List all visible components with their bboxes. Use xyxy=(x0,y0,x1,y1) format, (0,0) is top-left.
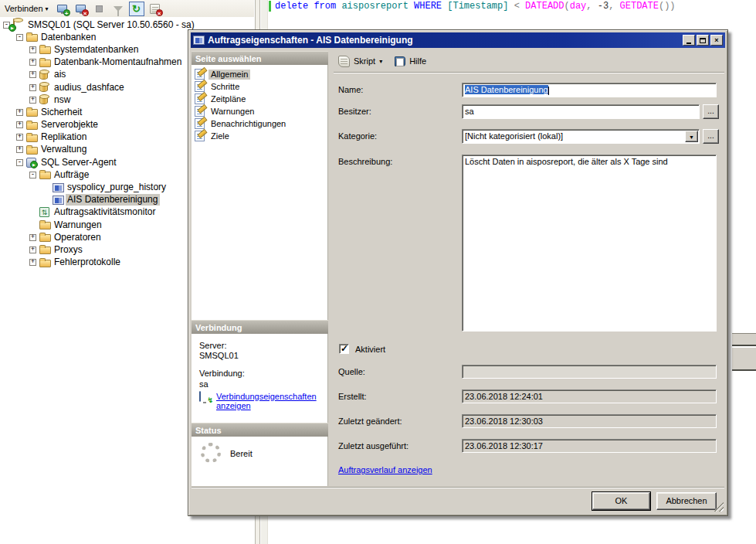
sidebar-page-zeitpläne[interactable]: Zeitpläne xyxy=(192,93,327,105)
db-icon xyxy=(39,95,53,104)
tree-item-label[interactable]: ais xyxy=(53,69,68,80)
executed-label: Zuletzt ausgeführt: xyxy=(338,441,409,450)
minus-expander-icon[interactable]: - xyxy=(16,159,23,166)
tree-item-label[interactable]: Sicherheit xyxy=(39,107,84,118)
tree-item-label[interactable]: Proxys xyxy=(53,244,85,256)
plus-expander-icon[interactable]: + xyxy=(16,109,23,116)
owner-browse-button[interactable]: ... xyxy=(703,104,719,119)
chevron-down-icon[interactable]: ▾ xyxy=(379,58,382,65)
tree-item-label[interactable]: audius_dashface xyxy=(53,82,127,94)
plus-expander-icon[interactable]: + xyxy=(16,146,23,153)
connection-panel: Server: SMSQL01 Verbindung: sa Verbindun… xyxy=(192,334,328,423)
sidebar-page-label[interactable]: Schritte xyxy=(208,82,242,92)
connect-server-button[interactable]: + xyxy=(55,2,70,16)
plus-expander-icon[interactable]: + xyxy=(29,259,36,266)
script-button[interactable]: Skript xyxy=(354,56,375,66)
sql-token: DATEADD xyxy=(525,1,564,12)
plus-expander-icon[interactable]: + xyxy=(16,121,23,128)
connection-properties-link-text[interactable]: Verbindungseigenschaften anzeigen xyxy=(216,392,323,410)
plus-expander-icon[interactable]: + xyxy=(16,134,23,141)
connect-button[interactable]: Verbinden ▾ xyxy=(2,2,52,15)
sql-token: , xyxy=(609,1,619,12)
sidebar-page-allgemein[interactable]: Allgemein xyxy=(192,68,327,80)
tree-item-label[interactable]: Fehlerprotokolle xyxy=(53,257,123,268)
x-badge-icon: × xyxy=(156,9,163,16)
name-label: Name: xyxy=(338,85,363,94)
job-icon xyxy=(53,196,66,205)
filter-icon xyxy=(114,6,123,12)
plus-expander-icon[interactable]: + xyxy=(29,84,36,91)
plus-expander-icon[interactable]: + xyxy=(29,246,36,253)
sidebar-page-warnungen[interactable]: Warnungen xyxy=(192,105,327,117)
background-panel-fragment xyxy=(732,333,756,346)
sql-token: day xyxy=(570,1,587,12)
sidebar-page-benachrichtigungen[interactable]: Benachrichtigungen xyxy=(192,117,327,130)
sidebar-page-label[interactable]: Zeitpläne xyxy=(208,94,248,104)
tree-item-label[interactable]: Verwaltung xyxy=(39,144,89,155)
modified-field: 23.06.2018 12:30:03 xyxy=(462,414,717,428)
plus-expander-icon[interactable]: + xyxy=(29,97,36,104)
tree-item-label[interactable]: Replikation xyxy=(39,131,89,143)
refresh-icon: ↻ xyxy=(132,2,141,15)
disconnect-server-button[interactable]: × xyxy=(73,2,89,16)
sidebar-page-schritte[interactable]: Schritte xyxy=(192,80,327,93)
plus-expander-icon[interactable]: + xyxy=(29,59,36,66)
tree-item-label[interactable]: SMSQL01 (SQL Server 10.50.6560 - sa) xyxy=(26,19,197,31)
dialog-titlebar[interactable]: Auftragseigenschaften - AIS Datenbereini… xyxy=(191,32,725,48)
cancel-button[interactable]: Abbrechen xyxy=(656,492,717,510)
help-button[interactable]: Hilfe xyxy=(409,56,426,66)
stop-button[interactable] xyxy=(92,2,107,16)
enabled-checkbox[interactable] xyxy=(339,344,349,354)
job-history-link[interactable]: Auftragsverlauf anzeigen xyxy=(338,465,432,474)
maximize-icon xyxy=(700,38,706,43)
refresh-button[interactable]: ↻ xyxy=(129,2,144,16)
agent-icon xyxy=(26,158,39,168)
modified-label: Zuletzt geändert: xyxy=(338,416,402,426)
source-field xyxy=(462,365,717,379)
owner-input[interactable]: sa xyxy=(462,104,700,119)
maximize-button[interactable] xyxy=(697,35,709,46)
minus-expander-icon[interactable]: - xyxy=(29,172,36,178)
tree-item-label[interactable]: Operatoren xyxy=(53,232,103,243)
plus-badge-icon: + xyxy=(63,9,70,16)
category-browse-button[interactable]: ... xyxy=(703,129,719,144)
sidebar-page-label[interactable]: Warnungen xyxy=(208,107,256,117)
sidebar-page-label[interactable]: Allgemein xyxy=(208,70,250,80)
view-connection-properties-link[interactable]: Verbindungseigenschaften anzeigen xyxy=(199,392,323,410)
plus-expander-icon[interactable]: + xyxy=(29,46,36,53)
ok-button[interactable]: OK xyxy=(592,492,650,510)
tree-item-label[interactable]: Auftragsaktivitätsmonitor xyxy=(53,206,158,218)
page-icon xyxy=(195,131,205,141)
folder-icon xyxy=(39,58,53,67)
name-input[interactable]: AIS Datenbereinigung xyxy=(462,83,717,97)
tree-item-label[interactable]: syspolicy_purge_history xyxy=(66,182,168,193)
tree-item-label[interactable]: Aufträge xyxy=(53,169,91,181)
plus-expander-icon[interactable]: + xyxy=(29,234,36,241)
category-dropdown[interactable]: [Nicht kategorisiert (lokal)] ▼ xyxy=(462,129,700,144)
script-report-button[interactable]: × xyxy=(147,2,163,16)
tree-item-label[interactable]: SQL Server-Agent xyxy=(39,157,119,168)
minimize-button[interactable] xyxy=(683,35,695,46)
tree-item-label[interactable]: AIS Datenbereinigung xyxy=(66,194,160,206)
close-button[interactable]: × xyxy=(710,35,723,46)
sql-query-line[interactable]: delete from aisposreport WHERE [Timestam… xyxy=(275,1,676,12)
tree-item-label[interactable]: Systemdatenbanken xyxy=(53,44,141,56)
description-textarea[interactable]: Löscht Daten in aisposreport, die älter … xyxy=(462,155,717,332)
tree-item-label[interactable]: nsw xyxy=(53,94,73,106)
sidebar-page-ziele[interactable]: Ziele xyxy=(192,130,327,142)
tree-item-label[interactable]: Datenbanken xyxy=(39,32,98,43)
sidebar-page-label[interactable]: Ziele xyxy=(208,131,232,141)
x-badge-icon: × xyxy=(82,9,89,16)
minus-expander-icon[interactable]: - xyxy=(16,34,23,41)
sidebar-page-label[interactable]: Benachrichtigungen xyxy=(208,119,288,129)
folder-icon xyxy=(39,220,53,230)
tree-item-label[interactable]: Datenbank-Momentaufnahmen xyxy=(53,56,184,68)
filter-button[interactable] xyxy=(110,2,126,16)
chevron-down-icon[interactable]: ▼ xyxy=(685,131,698,142)
plus-expander-icon[interactable]: + xyxy=(29,71,36,78)
owner-label: Besitzer: xyxy=(338,107,371,116)
tree-item-label[interactable]: Warnungen xyxy=(53,219,104,231)
page-icon xyxy=(195,94,205,104)
tree-item-label[interactable]: Serverobjekte xyxy=(39,119,100,131)
folder-icon xyxy=(26,133,39,142)
